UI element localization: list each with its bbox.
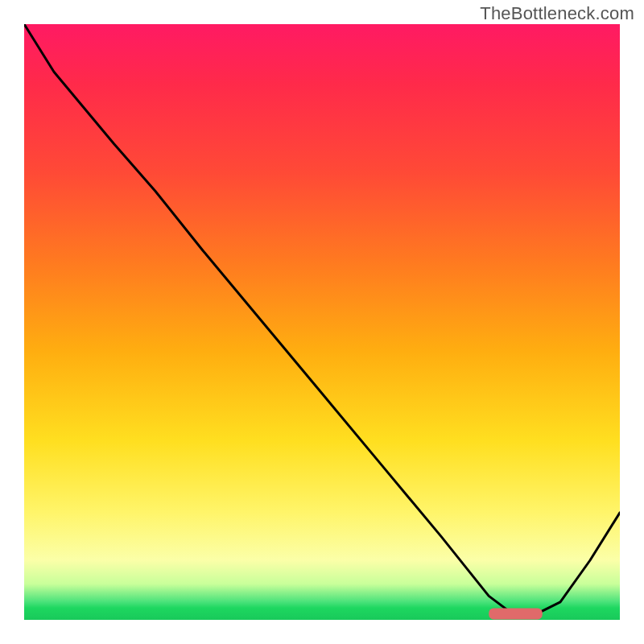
chart-overlay: [24, 24, 620, 620]
chart-stage: TheBottleneck.com: [0, 0, 644, 644]
bottleneck-curve: [24, 24, 620, 614]
plot-frame: [24, 24, 620, 620]
optimal-band-marker: [489, 609, 543, 620]
watermark-text: TheBottleneck.com: [480, 3, 634, 24]
